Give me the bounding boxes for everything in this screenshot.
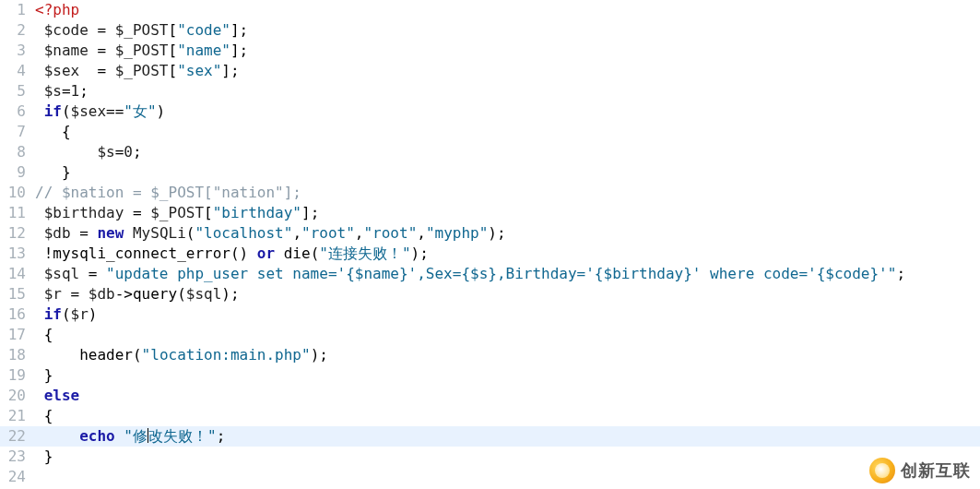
code-line[interactable]: 10// $nation = $_POST["nation"]; — [0, 183, 980, 203]
code-content[interactable]: } — [35, 447, 980, 467]
code-content[interactable]: $sex = $_POST["sex"]; — [35, 61, 980, 81]
token — [35, 305, 44, 323]
line-number: 11 — [0, 203, 35, 223]
code-line[interactable]: 24 — [0, 467, 980, 487]
code-content[interactable]: $r = $db->query($sql); — [35, 284, 980, 304]
token: , — [417, 224, 426, 242]
token: = — [79, 224, 97, 242]
token: == — [106, 102, 124, 120]
line-number: 10 — [0, 183, 35, 203]
token: ]; — [230, 21, 248, 39]
code-line[interactable]: 7 { — [0, 122, 980, 142]
code-content[interactable]: $sql = "update php_user set name='{$name… — [35, 264, 980, 284]
code-content[interactable]: } — [35, 365, 980, 386]
token: ) — [157, 102, 166, 120]
code-editor[interactable]: 1<?php2 $code = $_POST["code"];3 $name =… — [0, 0, 980, 489]
code-line[interactable]: 8 $s=0; — [0, 142, 980, 162]
code-content[interactable]: // $nation = $_POST["nation"]; — [35, 183, 980, 203]
token: = — [133, 204, 150, 221]
code-line[interactable]: 14 $sql = "update php_user set name='{$n… — [0, 264, 980, 284]
code-content[interactable]: else — [35, 386, 980, 406]
token: echo — [79, 427, 115, 445]
token — [35, 387, 44, 404]
token — [35, 143, 97, 161]
code-line[interactable]: 3 $name = $_POST["name"]; — [0, 41, 980, 61]
line-number: 24 — [0, 467, 35, 487]
line-number: 21 — [0, 406, 35, 426]
code-line[interactable]: 9 } — [0, 162, 980, 183]
token: if — [44, 305, 62, 323]
code-line[interactable]: 19 } — [0, 365, 980, 386]
code-content[interactable]: $birthday = $_POST["birthday"]; — [35, 203, 980, 223]
token: [ — [169, 42, 178, 59]
code-content[interactable]: !mysqli_connect_error() or die("连接失败！"); — [35, 244, 980, 264]
code-line[interactable]: 16 if($r) — [0, 304, 980, 325]
token: $r — [71, 305, 89, 323]
token: ); — [311, 346, 328, 364]
code-line[interactable]: 13 !mysqli_connect_error() or die("连接失败！… — [0, 244, 980, 264]
token: ]; — [221, 62, 239, 79]
line-number: 8 — [0, 142, 35, 162]
code-line[interactable]: 18 header("location:main.php"); — [0, 345, 980, 365]
code-content[interactable]: { — [35, 122, 980, 142]
token: "root" — [363, 224, 417, 242]
token: ; — [896, 265, 905, 282]
token: $sql — [35, 265, 89, 282]
token: = — [97, 42, 114, 59]
token — [35, 102, 44, 120]
code-line[interactable]: 21 { — [0, 406, 980, 426]
token — [275, 244, 284, 262]
token: // $nation = $_POST["nation"]; — [35, 184, 301, 201]
token: MySQLi — [133, 224, 186, 242]
token: ! — [35, 244, 53, 262]
code-line[interactable]: 12 $db = new MySQLi("localhost","root","… — [0, 223, 980, 244]
token: } — [35, 163, 71, 181]
code-content[interactable]: $code = $_POST["code"]; — [35, 20, 980, 41]
token: header — [79, 346, 133, 364]
code-line[interactable]: 6 if($sex=="女") — [0, 101, 980, 122]
token: = — [97, 62, 114, 79]
token: $db — [89, 285, 115, 303]
code-line[interactable]: 17 { — [0, 325, 980, 345]
code-content[interactable]: if($sex=="女") — [35, 101, 980, 122]
token: ]; — [230, 42, 248, 59]
code-content[interactable]: $s=0; — [35, 142, 980, 162]
line-number: 12 — [0, 223, 35, 244]
code-content[interactable]: { — [35, 406, 980, 426]
code-line[interactable]: 23 } — [0, 447, 980, 467]
token: $db — [35, 224, 79, 242]
code-content[interactable]: echo "修改失败！"; — [35, 426, 980, 447]
token: ( — [186, 224, 195, 242]
line-number: 6 — [0, 101, 35, 122]
watermark-logo-icon — [869, 458, 895, 483]
token: "修 — [124, 427, 148, 445]
line-number: 18 — [0, 345, 35, 365]
watermark-text: 创新互联 — [901, 460, 971, 481]
token: = — [89, 265, 106, 282]
code-line[interactable]: 1<?php — [0, 0, 980, 20]
code-content[interactable]: { — [35, 325, 980, 345]
token: ]; — [301, 204, 319, 221]
code-line[interactable]: 20 else — [0, 386, 980, 406]
code-line[interactable]: 11 $birthday = $_POST["birthday"]; — [0, 203, 980, 223]
code-content[interactable]: header("location:main.php"); — [35, 345, 980, 365]
line-number: 14 — [0, 264, 35, 284]
code-content[interactable]: if($r) — [35, 304, 980, 325]
code-line[interactable]: 5 $s=1; — [0, 81, 980, 101]
code-content[interactable]: <?php — [35, 0, 980, 20]
line-number: 3 — [0, 41, 35, 61]
token: = — [62, 82, 71, 100]
code-content[interactable] — [35, 467, 980, 487]
code-line[interactable]: 22 echo "修改失败！"; — [0, 426, 980, 447]
line-number: 5 — [0, 81, 35, 101]
token: 0 — [124, 143, 133, 161]
token — [115, 427, 124, 445]
code-line[interactable]: 15 $r = $db->query($sql); — [0, 284, 980, 304]
line-number: 4 — [0, 61, 35, 81]
code-content[interactable]: } — [35, 162, 980, 183]
code-content[interactable]: $s=1; — [35, 81, 980, 101]
code-content[interactable]: $name = $_POST["name"]; — [35, 41, 980, 61]
code-line[interactable]: 4 $sex = $_POST["sex"]; — [0, 61, 980, 81]
code-content[interactable]: $db = new MySQLi("localhost","root","roo… — [35, 223, 980, 244]
code-line[interactable]: 2 $code = $_POST["code"]; — [0, 20, 980, 41]
